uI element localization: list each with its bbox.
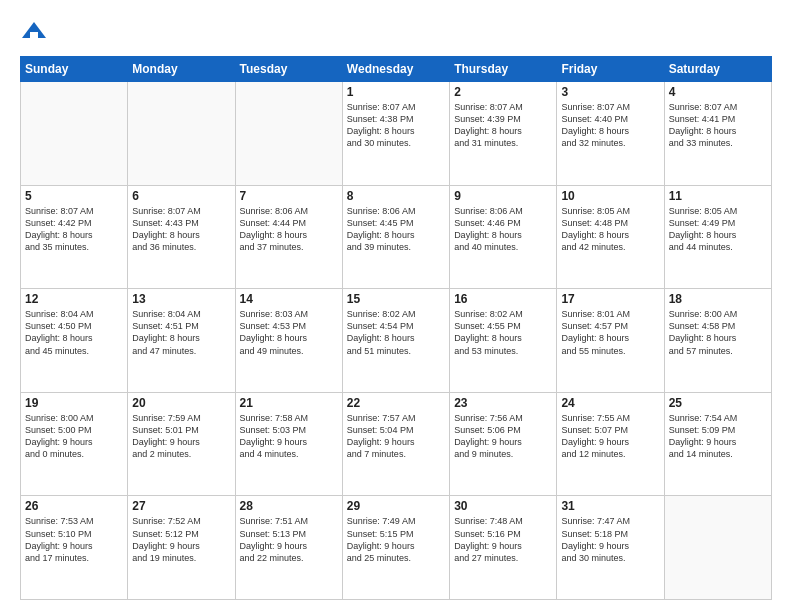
day-number: 17 bbox=[561, 292, 659, 306]
cell-content: Sunrise: 7:55 AMSunset: 5:07 PMDaylight:… bbox=[561, 412, 659, 461]
day-number: 19 bbox=[25, 396, 123, 410]
calendar-cell bbox=[128, 82, 235, 186]
day-number: 14 bbox=[240, 292, 338, 306]
calendar-cell: 19Sunrise: 8:00 AMSunset: 5:00 PMDayligh… bbox=[21, 392, 128, 496]
weekday-sunday: Sunday bbox=[21, 57, 128, 82]
day-number: 3 bbox=[561, 85, 659, 99]
day-number: 7 bbox=[240, 189, 338, 203]
calendar-week-1: 1Sunrise: 8:07 AMSunset: 4:38 PMDaylight… bbox=[21, 82, 772, 186]
calendar-cell: 2Sunrise: 8:07 AMSunset: 4:39 PMDaylight… bbox=[450, 82, 557, 186]
day-number: 2 bbox=[454, 85, 552, 99]
day-number: 22 bbox=[347, 396, 445, 410]
cell-content: Sunrise: 8:07 AMSunset: 4:38 PMDaylight:… bbox=[347, 101, 445, 150]
day-number: 23 bbox=[454, 396, 552, 410]
cell-content: Sunrise: 7:52 AMSunset: 5:12 PMDaylight:… bbox=[132, 515, 230, 564]
calendar-cell: 21Sunrise: 7:58 AMSunset: 5:03 PMDayligh… bbox=[235, 392, 342, 496]
day-number: 30 bbox=[454, 499, 552, 513]
calendar-cell: 8Sunrise: 8:06 AMSunset: 4:45 PMDaylight… bbox=[342, 185, 449, 289]
day-number: 29 bbox=[347, 499, 445, 513]
calendar-cell: 23Sunrise: 7:56 AMSunset: 5:06 PMDayligh… bbox=[450, 392, 557, 496]
day-number: 15 bbox=[347, 292, 445, 306]
cell-content: Sunrise: 8:00 AMSunset: 4:58 PMDaylight:… bbox=[669, 308, 767, 357]
day-number: 11 bbox=[669, 189, 767, 203]
day-number: 27 bbox=[132, 499, 230, 513]
cell-content: Sunrise: 8:04 AMSunset: 4:50 PMDaylight:… bbox=[25, 308, 123, 357]
calendar-cell: 1Sunrise: 8:07 AMSunset: 4:38 PMDaylight… bbox=[342, 82, 449, 186]
cell-content: Sunrise: 7:54 AMSunset: 5:09 PMDaylight:… bbox=[669, 412, 767, 461]
calendar-week-4: 19Sunrise: 8:00 AMSunset: 5:00 PMDayligh… bbox=[21, 392, 772, 496]
cell-content: Sunrise: 8:03 AMSunset: 4:53 PMDaylight:… bbox=[240, 308, 338, 357]
calendar-table: SundayMondayTuesdayWednesdayThursdayFrid… bbox=[20, 56, 772, 600]
cell-content: Sunrise: 8:05 AMSunset: 4:48 PMDaylight:… bbox=[561, 205, 659, 254]
cell-content: Sunrise: 8:05 AMSunset: 4:49 PMDaylight:… bbox=[669, 205, 767, 254]
day-number: 26 bbox=[25, 499, 123, 513]
cell-content: Sunrise: 8:07 AMSunset: 4:43 PMDaylight:… bbox=[132, 205, 230, 254]
calendar-cell: 12Sunrise: 8:04 AMSunset: 4:50 PMDayligh… bbox=[21, 289, 128, 393]
day-number: 24 bbox=[561, 396, 659, 410]
calendar-cell: 25Sunrise: 7:54 AMSunset: 5:09 PMDayligh… bbox=[664, 392, 771, 496]
calendar-cell: 26Sunrise: 7:53 AMSunset: 5:10 PMDayligh… bbox=[21, 496, 128, 600]
calendar-cell: 9Sunrise: 8:06 AMSunset: 4:46 PMDaylight… bbox=[450, 185, 557, 289]
day-number: 13 bbox=[132, 292, 230, 306]
calendar-cell: 29Sunrise: 7:49 AMSunset: 5:15 PMDayligh… bbox=[342, 496, 449, 600]
day-number: 1 bbox=[347, 85, 445, 99]
calendar-week-3: 12Sunrise: 8:04 AMSunset: 4:50 PMDayligh… bbox=[21, 289, 772, 393]
calendar-cell: 13Sunrise: 8:04 AMSunset: 4:51 PMDayligh… bbox=[128, 289, 235, 393]
day-number: 12 bbox=[25, 292, 123, 306]
cell-content: Sunrise: 7:58 AMSunset: 5:03 PMDaylight:… bbox=[240, 412, 338, 461]
logo-icon bbox=[20, 18, 48, 46]
day-number: 25 bbox=[669, 396, 767, 410]
calendar-cell: 7Sunrise: 8:06 AMSunset: 4:44 PMDaylight… bbox=[235, 185, 342, 289]
weekday-friday: Friday bbox=[557, 57, 664, 82]
cell-content: Sunrise: 7:49 AMSunset: 5:15 PMDaylight:… bbox=[347, 515, 445, 564]
calendar-cell: 27Sunrise: 7:52 AMSunset: 5:12 PMDayligh… bbox=[128, 496, 235, 600]
day-number: 5 bbox=[25, 189, 123, 203]
calendar-cell: 22Sunrise: 7:57 AMSunset: 5:04 PMDayligh… bbox=[342, 392, 449, 496]
weekday-monday: Monday bbox=[128, 57, 235, 82]
cell-content: Sunrise: 8:04 AMSunset: 4:51 PMDaylight:… bbox=[132, 308, 230, 357]
cell-content: Sunrise: 8:06 AMSunset: 4:44 PMDaylight:… bbox=[240, 205, 338, 254]
day-number: 20 bbox=[132, 396, 230, 410]
weekday-header-row: SundayMondayTuesdayWednesdayThursdayFrid… bbox=[21, 57, 772, 82]
calendar-cell: 3Sunrise: 8:07 AMSunset: 4:40 PMDaylight… bbox=[557, 82, 664, 186]
calendar-cell: 20Sunrise: 7:59 AMSunset: 5:01 PMDayligh… bbox=[128, 392, 235, 496]
cell-content: Sunrise: 8:06 AMSunset: 4:45 PMDaylight:… bbox=[347, 205, 445, 254]
day-number: 4 bbox=[669, 85, 767, 99]
cell-content: Sunrise: 7:53 AMSunset: 5:10 PMDaylight:… bbox=[25, 515, 123, 564]
day-number: 10 bbox=[561, 189, 659, 203]
calendar-cell: 6Sunrise: 8:07 AMSunset: 4:43 PMDaylight… bbox=[128, 185, 235, 289]
cell-content: Sunrise: 7:56 AMSunset: 5:06 PMDaylight:… bbox=[454, 412, 552, 461]
calendar-cell bbox=[235, 82, 342, 186]
calendar-cell: 11Sunrise: 8:05 AMSunset: 4:49 PMDayligh… bbox=[664, 185, 771, 289]
weekday-tuesday: Tuesday bbox=[235, 57, 342, 82]
day-number: 28 bbox=[240, 499, 338, 513]
day-number: 16 bbox=[454, 292, 552, 306]
day-number: 9 bbox=[454, 189, 552, 203]
calendar-cell bbox=[664, 496, 771, 600]
cell-content: Sunrise: 8:07 AMSunset: 4:42 PMDaylight:… bbox=[25, 205, 123, 254]
cell-content: Sunrise: 7:47 AMSunset: 5:18 PMDaylight:… bbox=[561, 515, 659, 564]
cell-content: Sunrise: 8:07 AMSunset: 4:41 PMDaylight:… bbox=[669, 101, 767, 150]
calendar-week-2: 5Sunrise: 8:07 AMSunset: 4:42 PMDaylight… bbox=[21, 185, 772, 289]
cell-content: Sunrise: 7:48 AMSunset: 5:16 PMDaylight:… bbox=[454, 515, 552, 564]
calendar-cell: 28Sunrise: 7:51 AMSunset: 5:13 PMDayligh… bbox=[235, 496, 342, 600]
svg-rect-1 bbox=[30, 32, 38, 38]
day-number: 21 bbox=[240, 396, 338, 410]
calendar-cell: 24Sunrise: 7:55 AMSunset: 5:07 PMDayligh… bbox=[557, 392, 664, 496]
logo bbox=[20, 18, 52, 46]
calendar-cell: 4Sunrise: 8:07 AMSunset: 4:41 PMDaylight… bbox=[664, 82, 771, 186]
calendar-cell: 10Sunrise: 8:05 AMSunset: 4:48 PMDayligh… bbox=[557, 185, 664, 289]
calendar-cell: 31Sunrise: 7:47 AMSunset: 5:18 PMDayligh… bbox=[557, 496, 664, 600]
weekday-wednesday: Wednesday bbox=[342, 57, 449, 82]
cell-content: Sunrise: 8:07 AMSunset: 4:39 PMDaylight:… bbox=[454, 101, 552, 150]
calendar-cell: 15Sunrise: 8:02 AMSunset: 4:54 PMDayligh… bbox=[342, 289, 449, 393]
header bbox=[20, 18, 772, 46]
calendar-cell: 18Sunrise: 8:00 AMSunset: 4:58 PMDayligh… bbox=[664, 289, 771, 393]
day-number: 18 bbox=[669, 292, 767, 306]
calendar-cell: 17Sunrise: 8:01 AMSunset: 4:57 PMDayligh… bbox=[557, 289, 664, 393]
cell-content: Sunrise: 7:59 AMSunset: 5:01 PMDaylight:… bbox=[132, 412, 230, 461]
day-number: 6 bbox=[132, 189, 230, 203]
page: SundayMondayTuesdayWednesdayThursdayFrid… bbox=[0, 0, 792, 612]
calendar-week-5: 26Sunrise: 7:53 AMSunset: 5:10 PMDayligh… bbox=[21, 496, 772, 600]
cell-content: Sunrise: 8:01 AMSunset: 4:57 PMDaylight:… bbox=[561, 308, 659, 357]
